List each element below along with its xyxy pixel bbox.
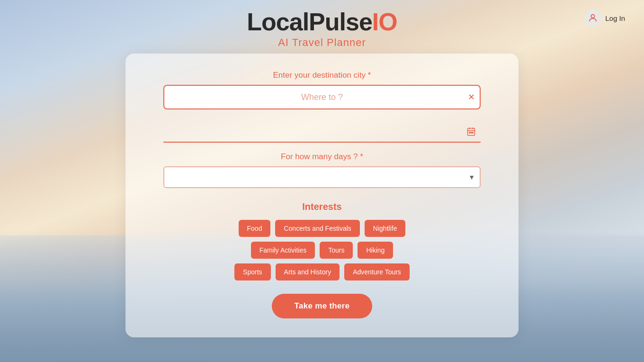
svg-rect-6 <box>471 132 472 133</box>
destination-input[interactable] <box>163 85 481 109</box>
clear-button[interactable]: ✕ <box>468 93 475 101</box>
interest-sports[interactable]: Sports <box>234 263 270 281</box>
interests-title: Interests <box>163 201 481 212</box>
avatar-icon <box>584 9 601 27</box>
logo-area: LocalPulseIO AI Travel Planner <box>247 9 397 49</box>
header: LocalPulseIO AI Travel Planner Log In <box>0 0 644 49</box>
days-label: For how many days ? * <box>281 152 363 162</box>
interests-row-1: Food Concerts and Festivals Nightlife <box>239 220 406 237</box>
days-select[interactable]: 1 2 3 4 5 6 7 8 9 10 <box>163 166 481 188</box>
interests-grid: Food Concerts and Festivals Nightlife Fa… <box>163 220 481 281</box>
interests-row-3: Sports Arts and History Adventure Tours <box>234 263 410 281</box>
interest-hiking[interactable]: Hiking <box>358 242 393 259</box>
svg-rect-1 <box>468 128 475 136</box>
interest-food[interactable]: Food <box>239 220 271 237</box>
submit-button[interactable]: Take me there <box>272 294 373 318</box>
days-select-wrapper: 1 2 3 4 5 6 7 8 9 10 ▼ <box>163 166 481 188</box>
svg-point-0 <box>591 15 595 18</box>
calendar-icon <box>466 127 476 139</box>
logo-subtitle: AI Travel Planner <box>247 36 397 49</box>
interest-adventure[interactable]: Adventure Tours <box>344 263 410 281</box>
main-card: Enter your destination city * ✕ <box>125 54 519 337</box>
destination-field-wrapper: ✕ <box>163 85 481 109</box>
interest-concerts[interactable]: Concerts and Festivals <box>275 220 359 237</box>
interest-nightlife[interactable]: Nightlife <box>365 220 406 237</box>
interest-tours[interactable]: Tours <box>320 242 353 259</box>
login-label: Log In <box>605 14 625 22</box>
svg-rect-5 <box>469 132 470 133</box>
logo-red: IO <box>372 8 397 36</box>
date-input[interactable] <box>163 123 481 143</box>
interests-row-2: Family Activities Tours Hiking <box>251 242 394 259</box>
svg-rect-7 <box>473 132 474 133</box>
date-field-wrapper <box>163 123 481 143</box>
logo-title: LocalPulseIO <box>247 9 397 36</box>
interest-arts[interactable]: Arts and History <box>276 263 340 281</box>
form-section: Enter your destination city * ✕ <box>163 71 481 318</box>
login-button[interactable]: Log In <box>584 9 625 27</box>
interests-section: Interests Food Concerts and Festivals Ni… <box>163 201 481 281</box>
logo-dark: LocalPulse <box>247 8 372 36</box>
interest-family[interactable]: Family Activities <box>251 242 315 259</box>
destination-label: Enter your destination city * <box>273 71 371 80</box>
